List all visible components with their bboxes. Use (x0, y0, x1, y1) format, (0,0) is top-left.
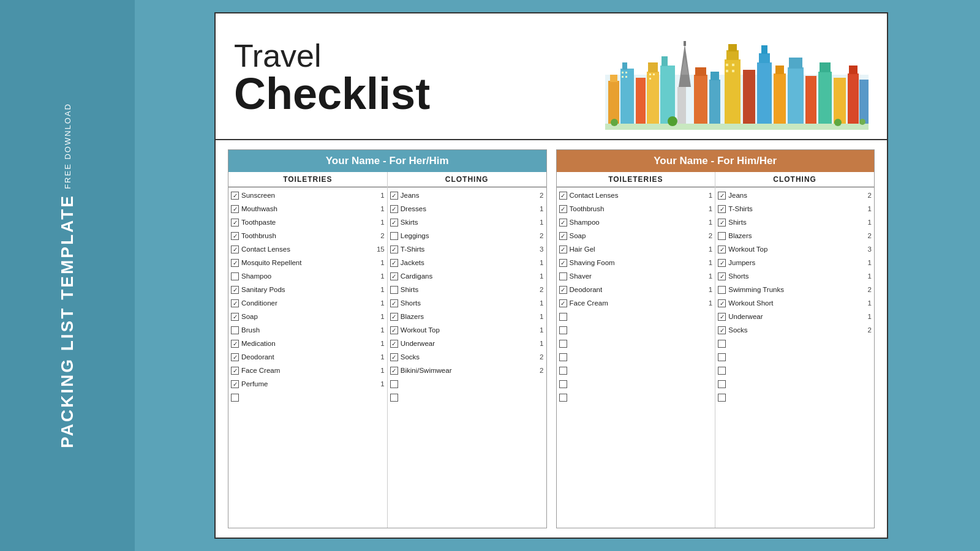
list-item[interactable]: Jeans2 (715, 189, 874, 202)
list-item[interactable] (228, 391, 387, 404)
checkbox[interactable] (718, 299, 726, 307)
list-item[interactable]: Workout Top3 (715, 242, 874, 256)
checkbox[interactable] (390, 380, 398, 388)
list-item[interactable]: Underwear1 (715, 310, 874, 323)
list-item[interactable]: Socks2 (715, 323, 874, 337)
checkbox[interactable] (231, 326, 239, 334)
list-item[interactable]: Jackets1 (388, 256, 546, 269)
checkbox[interactable] (390, 192, 398, 200)
list-item[interactable]: Face Cream1 (228, 364, 387, 377)
checkbox[interactable] (390, 326, 398, 334)
list-item[interactable] (715, 391, 874, 404)
checkbox[interactable] (390, 367, 398, 375)
list-item[interactable]: Workout Top1 (388, 323, 546, 337)
checkbox[interactable] (718, 353, 726, 361)
list-item[interactable] (557, 323, 715, 337)
checkbox[interactable] (559, 246, 567, 253)
list-item[interactable]: Hair Gel1 (557, 242, 715, 256)
list-item[interactable] (715, 377, 874, 391)
checkbox[interactable] (390, 205, 398, 213)
checkbox[interactable] (390, 340, 398, 348)
list-item[interactable]: Jeans2 (388, 189, 546, 202)
list-item[interactable]: Contact Lenses1 (557, 189, 715, 202)
checkbox[interactable] (390, 259, 398, 267)
list-item[interactable]: Shampoo1 (557, 216, 715, 229)
list-item[interactable]: Deodorant1 (228, 350, 387, 364)
list-item[interactable]: Blazers2 (715, 229, 874, 242)
checkbox[interactable] (559, 313, 567, 321)
list-item[interactable]: Mosquito Repellent1 (228, 256, 387, 269)
checkbox[interactable] (231, 286, 239, 294)
checkbox[interactable] (559, 353, 567, 361)
checkbox[interactable] (231, 394, 239, 402)
checkbox[interactable] (231, 246, 239, 253)
checkbox[interactable] (718, 232, 726, 240)
checkbox[interactable] (390, 219, 398, 227)
list-item[interactable]: Mouthwash1 (228, 202, 387, 216)
list-item[interactable] (557, 337, 715, 350)
checkbox[interactable] (231, 340, 239, 348)
checkbox[interactable] (390, 353, 398, 361)
list-item[interactable]: Shaver1 (557, 269, 715, 283)
checkbox[interactable] (559, 299, 567, 307)
list-item[interactable] (715, 350, 874, 364)
checkbox[interactable] (559, 340, 567, 348)
list-item[interactable]: Skirts1 (388, 216, 546, 229)
checkbox[interactable] (559, 219, 567, 227)
checkbox[interactable] (231, 313, 239, 321)
checkbox[interactable] (231, 299, 239, 307)
list-item[interactable] (715, 337, 874, 350)
checkbox[interactable] (390, 232, 398, 240)
checkbox[interactable] (231, 232, 239, 240)
checkbox[interactable] (718, 313, 726, 321)
checkbox[interactable] (559, 367, 567, 375)
checkbox[interactable] (559, 394, 567, 402)
checkbox[interactable] (231, 219, 239, 227)
checkbox[interactable] (231, 272, 239, 280)
list-item[interactable]: Shirts1 (715, 216, 874, 229)
checkbox[interactable] (718, 326, 726, 334)
list-item[interactable]: Shirts2 (388, 283, 546, 296)
checkbox[interactable] (559, 259, 567, 267)
list-item[interactable]: Toothbrush1 (557, 202, 715, 216)
list-item[interactable] (557, 377, 715, 391)
checkbox[interactable] (231, 205, 239, 213)
list-item[interactable] (715, 364, 874, 377)
checkbox[interactable] (718, 192, 726, 200)
list-item[interactable]: Sunscreen1 (228, 189, 387, 202)
list-item[interactable]: Medication1 (228, 337, 387, 350)
checkbox[interactable] (231, 353, 239, 361)
list-item[interactable]: T-Shirts1 (715, 202, 874, 216)
checkbox[interactable] (559, 286, 567, 294)
checkbox[interactable] (718, 246, 726, 253)
list-item[interactable]: Blazers1 (388, 310, 546, 323)
list-item[interactable]: Contact Lenses15 (228, 242, 387, 256)
checkbox[interactable] (718, 394, 726, 402)
list-item[interactable]: T-Shirts3 (388, 242, 546, 256)
list-item[interactable]: Socks2 (388, 350, 546, 364)
list-item[interactable]: Sanitary Pods1 (228, 283, 387, 296)
checkbox[interactable] (231, 367, 239, 375)
checkbox[interactable] (231, 259, 239, 267)
list-item[interactable]: Toothpaste1 (228, 216, 387, 229)
list-item[interactable]: Face Cream1 (557, 296, 715, 310)
list-item[interactable]: Leggings2 (388, 229, 546, 242)
list-item[interactable]: Deodorant1 (557, 283, 715, 296)
list-item[interactable]: Shaving Foom1 (557, 256, 715, 269)
list-item[interactable]: Bikini/Swimwear2 (388, 364, 546, 377)
checkbox[interactable] (718, 205, 726, 213)
checkbox[interactable] (718, 380, 726, 388)
checkbox[interactable] (718, 286, 726, 294)
checkbox[interactable] (559, 192, 567, 200)
list-item[interactable] (557, 391, 715, 404)
checkbox[interactable] (390, 272, 398, 280)
checkbox[interactable] (390, 394, 398, 402)
list-item[interactable]: Shorts1 (388, 296, 546, 310)
checkbox[interactable] (718, 259, 726, 267)
list-item[interactable] (388, 377, 546, 391)
list-item[interactable]: Jumpers1 (715, 256, 874, 269)
list-item[interactable]: Underwear1 (388, 337, 546, 350)
list-item[interactable]: Soap1 (228, 310, 387, 323)
list-item[interactable] (557, 350, 715, 364)
list-item[interactable]: Soap2 (557, 229, 715, 242)
